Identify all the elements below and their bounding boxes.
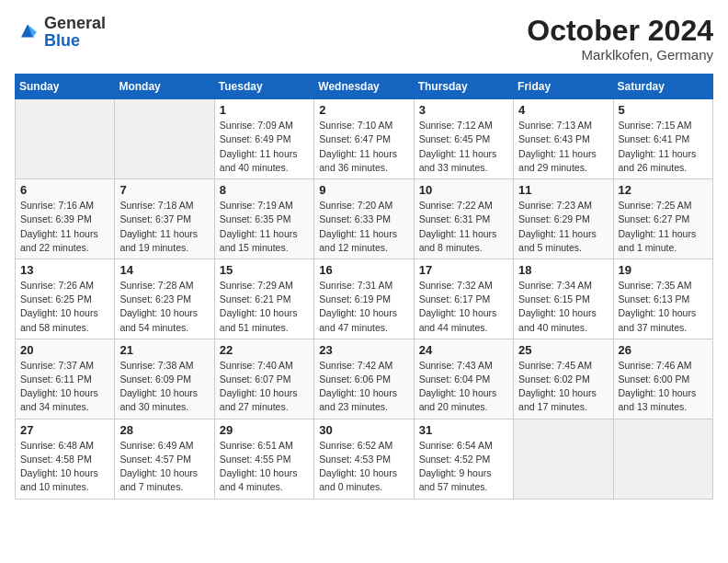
calendar-cell: 6Sunrise: 7:16 AM Sunset: 6:39 PM Daylig… <box>16 179 115 259</box>
logo-blue: Blue <box>44 31 80 50</box>
calendar-cell: 19Sunrise: 7:35 AM Sunset: 6:13 PM Dayli… <box>613 259 712 339</box>
day-number: 6 <box>20 183 109 197</box>
day-number: 19 <box>619 263 708 277</box>
day-info: Sunrise: 7:26 AM Sunset: 6:25 PM Dayligh… <box>20 279 109 335</box>
logo-text: General Blue <box>44 15 106 50</box>
calendar-table: SundayMondayTuesdayWednesdayThursdayFrid… <box>15 74 713 499</box>
calendar-week-row: 13Sunrise: 7:26 AM Sunset: 6:25 PM Dayli… <box>16 259 713 339</box>
calendar-cell <box>613 419 712 499</box>
day-number: 3 <box>419 103 508 117</box>
calendar-cell: 17Sunrise: 7:32 AM Sunset: 6:17 PM Dayli… <box>414 259 513 339</box>
day-info: Sunrise: 7:42 AM Sunset: 6:06 PM Dayligh… <box>319 359 408 415</box>
day-info: Sunrise: 7:13 AM Sunset: 6:43 PM Dayligh… <box>518 119 608 175</box>
day-info: Sunrise: 7:40 AM Sunset: 6:07 PM Dayligh… <box>220 359 309 415</box>
calendar-cell: 9Sunrise: 7:20 AM Sunset: 6:33 PM Daylig… <box>314 179 414 259</box>
day-number: 21 <box>119 343 209 357</box>
day-info: Sunrise: 7:12 AM Sunset: 6:45 PM Dayligh… <box>419 119 508 175</box>
day-number: 1 <box>220 103 309 117</box>
day-info: Sunrise: 7:22 AM Sunset: 6:31 PM Dayligh… <box>419 199 508 255</box>
calendar-header: SundayMondayTuesdayWednesdayThursdayFrid… <box>16 75 713 99</box>
day-number: 17 <box>419 263 508 277</box>
day-info: Sunrise: 7:10 AM Sunset: 6:47 PM Dayligh… <box>319 119 408 175</box>
day-info: Sunrise: 6:49 AM Sunset: 4:57 PM Dayligh… <box>119 439 209 495</box>
calendar-body: 1Sunrise: 7:09 AM Sunset: 6:49 PM Daylig… <box>16 99 713 499</box>
day-info: Sunrise: 7:38 AM Sunset: 6:09 PM Dayligh… <box>119 359 209 415</box>
calendar-cell: 26Sunrise: 7:46 AM Sunset: 6:00 PM Dayli… <box>613 339 712 419</box>
day-info: Sunrise: 7:20 AM Sunset: 6:33 PM Dayligh… <box>319 199 408 255</box>
calendar-cell: 15Sunrise: 7:29 AM Sunset: 6:21 PM Dayli… <box>214 259 313 339</box>
day-number: 16 <box>319 263 408 277</box>
calendar-cell <box>115 99 214 179</box>
day-number: 27 <box>20 423 109 437</box>
logo: General Blue <box>15 15 106 50</box>
day-info: Sunrise: 6:52 AM Sunset: 4:53 PM Dayligh… <box>319 439 408 495</box>
calendar-week-row: 6Sunrise: 7:16 AM Sunset: 6:39 PM Daylig… <box>16 179 713 259</box>
calendar-cell: 30Sunrise: 6:52 AM Sunset: 4:53 PM Dayli… <box>314 419 414 499</box>
day-info: Sunrise: 7:15 AM Sunset: 6:41 PM Dayligh… <box>619 119 708 175</box>
day-number: 5 <box>619 103 708 117</box>
calendar-cell: 25Sunrise: 7:45 AM Sunset: 6:02 PM Dayli… <box>514 339 613 419</box>
calendar-cell: 14Sunrise: 7:28 AM Sunset: 6:23 PM Dayli… <box>115 259 214 339</box>
day-number: 2 <box>319 103 408 117</box>
calendar-cell: 2Sunrise: 7:10 AM Sunset: 6:47 PM Daylig… <box>314 99 414 179</box>
day-number: 25 <box>518 343 608 357</box>
calendar-week-row: 20Sunrise: 7:37 AM Sunset: 6:11 PM Dayli… <box>16 339 713 419</box>
logo-icon <box>15 19 40 45</box>
day-info: Sunrise: 6:51 AM Sunset: 4:55 PM Dayligh… <box>220 439 309 495</box>
day-info: Sunrise: 7:31 AM Sunset: 6:19 PM Dayligh… <box>319 279 408 335</box>
calendar-cell: 28Sunrise: 6:49 AM Sunset: 4:57 PM Dayli… <box>115 419 214 499</box>
calendar-cell: 7Sunrise: 7:18 AM Sunset: 6:37 PM Daylig… <box>115 179 214 259</box>
calendar-cell: 3Sunrise: 7:12 AM Sunset: 6:45 PM Daylig… <box>414 99 513 179</box>
calendar-cell: 29Sunrise: 6:51 AM Sunset: 4:55 PM Dayli… <box>214 419 313 499</box>
day-info: Sunrise: 6:54 AM Sunset: 4:52 PM Dayligh… <box>419 439 508 495</box>
day-number: 9 <box>319 183 408 197</box>
weekday-header-sunday: Sunday <box>16 75 115 99</box>
day-info: Sunrise: 7:18 AM Sunset: 6:37 PM Dayligh… <box>119 199 209 255</box>
day-number: 22 <box>220 343 309 357</box>
calendar-week-row: 1Sunrise: 7:09 AM Sunset: 6:49 PM Daylig… <box>16 99 713 179</box>
calendar-cell: 16Sunrise: 7:31 AM Sunset: 6:19 PM Dayli… <box>314 259 414 339</box>
day-info: Sunrise: 7:16 AM Sunset: 6:39 PM Dayligh… <box>20 199 109 255</box>
day-number: 15 <box>220 263 309 277</box>
weekday-header-wednesday: Wednesday <box>314 75 414 99</box>
day-number: 4 <box>518 103 608 117</box>
day-number: 31 <box>419 423 508 437</box>
calendar-cell: 18Sunrise: 7:34 AM Sunset: 6:15 PM Dayli… <box>514 259 613 339</box>
calendar-cell: 22Sunrise: 7:40 AM Sunset: 6:07 PM Dayli… <box>214 339 313 419</box>
day-info: Sunrise: 7:34 AM Sunset: 6:15 PM Dayligh… <box>518 279 608 335</box>
day-info: Sunrise: 7:46 AM Sunset: 6:00 PM Dayligh… <box>619 359 708 415</box>
weekday-header-row: SundayMondayTuesdayWednesdayThursdayFrid… <box>16 75 713 99</box>
calendar-cell: 27Sunrise: 6:48 AM Sunset: 4:58 PM Dayli… <box>16 419 115 499</box>
weekday-header-thursday: Thursday <box>414 75 513 99</box>
calendar-cell: 1Sunrise: 7:09 AM Sunset: 6:49 PM Daylig… <box>214 99 313 179</box>
day-info: Sunrise: 7:35 AM Sunset: 6:13 PM Dayligh… <box>619 279 708 335</box>
day-info: Sunrise: 7:45 AM Sunset: 6:02 PM Dayligh… <box>518 359 608 415</box>
calendar-cell: 23Sunrise: 7:42 AM Sunset: 6:06 PM Dayli… <box>314 339 414 419</box>
day-info: Sunrise: 6:48 AM Sunset: 4:58 PM Dayligh… <box>20 439 109 495</box>
day-number: 20 <box>20 343 109 357</box>
day-number: 26 <box>619 343 708 357</box>
day-info: Sunrise: 7:32 AM Sunset: 6:17 PM Dayligh… <box>419 279 508 335</box>
day-info: Sunrise: 7:19 AM Sunset: 6:35 PM Dayligh… <box>220 199 309 255</box>
day-info: Sunrise: 7:25 AM Sunset: 6:27 PM Dayligh… <box>619 199 708 255</box>
day-number: 14 <box>119 263 209 277</box>
day-info: Sunrise: 7:28 AM Sunset: 6:23 PM Dayligh… <box>119 279 209 335</box>
month-year-title: October 2024 <box>527 15 713 47</box>
page-header: General Blue October 2024 Marklkofen, Ge… <box>15 15 713 63</box>
day-number: 24 <box>419 343 508 357</box>
weekday-header-monday: Monday <box>115 75 214 99</box>
day-number: 11 <box>518 183 608 197</box>
calendar-cell: 20Sunrise: 7:37 AM Sunset: 6:11 PM Dayli… <box>16 339 115 419</box>
day-info: Sunrise: 7:43 AM Sunset: 6:04 PM Dayligh… <box>419 359 508 415</box>
day-info: Sunrise: 7:37 AM Sunset: 6:11 PM Dayligh… <box>20 359 109 415</box>
calendar-week-row: 27Sunrise: 6:48 AM Sunset: 4:58 PM Dayli… <box>16 419 713 499</box>
calendar-cell <box>16 99 115 179</box>
location-subtitle: Marklkofen, Germany <box>527 47 713 63</box>
day-info: Sunrise: 7:09 AM Sunset: 6:49 PM Dayligh… <box>220 119 309 175</box>
calendar-cell: 4Sunrise: 7:13 AM Sunset: 6:43 PM Daylig… <box>514 99 613 179</box>
day-number: 23 <box>319 343 408 357</box>
title-block: October 2024 Marklkofen, Germany <box>527 15 713 63</box>
weekday-header-friday: Friday <box>514 75 613 99</box>
weekday-header-tuesday: Tuesday <box>214 75 313 99</box>
day-number: 18 <box>518 263 608 277</box>
